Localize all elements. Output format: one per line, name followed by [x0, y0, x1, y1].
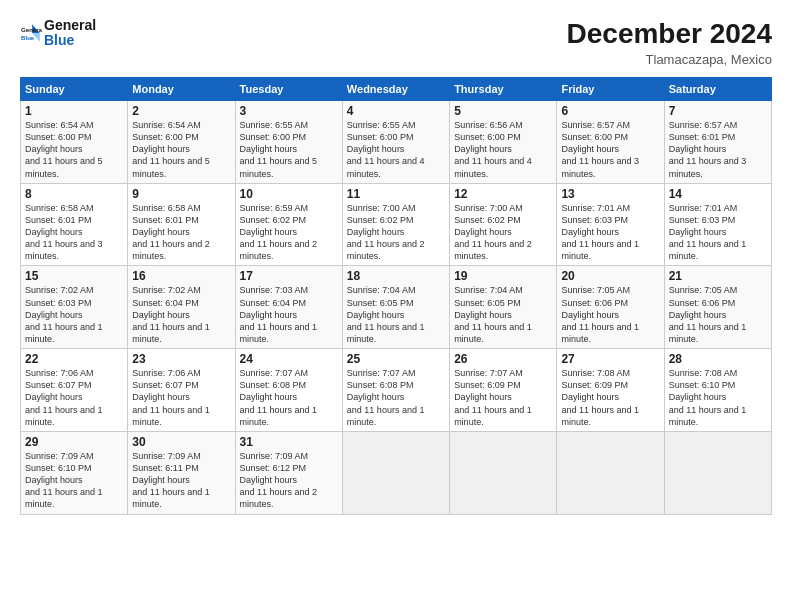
day-number: 17: [240, 269, 338, 283]
month-title: December 2024: [567, 18, 772, 50]
daylight-value: and 11 hours and 1 minute.: [240, 322, 318, 344]
sunset-label: Sunset: 6:02 PM: [347, 215, 414, 225]
calendar-cell: 14 Sunrise: 7:01 AM Sunset: 6:03 PM Dayl…: [664, 183, 771, 266]
sunset-label: Sunset: 6:03 PM: [669, 215, 736, 225]
daylight-label: Daylight hours: [25, 310, 83, 320]
sunrise-label: Sunrise: 7:04 AM: [454, 285, 523, 295]
sunrise-label: Sunrise: 6:54 AM: [25, 120, 94, 130]
daylight-label: Daylight hours: [669, 227, 727, 237]
calendar-cell: 31 Sunrise: 7:09 AM Sunset: 6:12 PM Dayl…: [235, 431, 342, 514]
day-number: 6: [561, 104, 659, 118]
day-number: 1: [25, 104, 123, 118]
sunrise-label: Sunrise: 7:02 AM: [132, 285, 201, 295]
sunset-label: Sunset: 6:04 PM: [240, 298, 307, 308]
day-number: 4: [347, 104, 445, 118]
daylight-value: and 11 hours and 1 minute.: [669, 239, 747, 261]
day-number: 31: [240, 435, 338, 449]
calendar-cell: 16 Sunrise: 7:02 AM Sunset: 6:04 PM Dayl…: [128, 266, 235, 349]
day-number: 28: [669, 352, 767, 366]
calendar-header-row: SundayMondayTuesdayWednesdayThursdayFrid…: [21, 78, 772, 101]
calendar-cell: 24 Sunrise: 7:07 AM Sunset: 6:08 PM Dayl…: [235, 349, 342, 432]
day-info: Sunrise: 6:55 AM Sunset: 6:00 PM Dayligh…: [347, 119, 445, 180]
day-info: Sunrise: 6:54 AM Sunset: 6:00 PM Dayligh…: [132, 119, 230, 180]
day-info: Sunrise: 7:04 AM Sunset: 6:05 PM Dayligh…: [347, 284, 445, 345]
logo-text-blue: Blue: [44, 33, 96, 48]
header: General Blue General Blue December 2024 …: [20, 18, 772, 67]
sunset-label: Sunset: 6:10 PM: [669, 380, 736, 390]
sunset-label: Sunset: 6:00 PM: [132, 132, 199, 142]
daylight-value: and 11 hours and 1 minute.: [347, 322, 425, 344]
sunset-label: Sunset: 6:10 PM: [25, 463, 92, 473]
daylight-label: Daylight hours: [561, 144, 619, 154]
day-info: Sunrise: 6:59 AM Sunset: 6:02 PM Dayligh…: [240, 202, 338, 263]
sunrise-label: Sunrise: 7:08 AM: [561, 368, 630, 378]
daylight-label: Daylight hours: [347, 227, 405, 237]
daylight-value: and 11 hours and 1 minute.: [132, 487, 210, 509]
day-number: 16: [132, 269, 230, 283]
day-number: 19: [454, 269, 552, 283]
calendar-week-row: 8 Sunrise: 6:58 AM Sunset: 6:01 PM Dayli…: [21, 183, 772, 266]
calendar-cell: 20 Sunrise: 7:05 AM Sunset: 6:06 PM Dayl…: [557, 266, 664, 349]
daylight-label: Daylight hours: [454, 392, 512, 402]
day-number: 8: [25, 187, 123, 201]
sunrise-label: Sunrise: 7:05 AM: [669, 285, 738, 295]
daylight-label: Daylight hours: [561, 227, 619, 237]
daylight-value: and 11 hours and 1 minute.: [132, 322, 210, 344]
svg-text:General: General: [21, 27, 42, 33]
calendar-page: General Blue General Blue December 2024 …: [0, 0, 792, 612]
daylight-value: and 11 hours and 1 minute.: [454, 322, 532, 344]
sunset-label: Sunset: 6:00 PM: [25, 132, 92, 142]
sunset-label: Sunset: 6:02 PM: [240, 215, 307, 225]
day-info: Sunrise: 6:56 AM Sunset: 6:00 PM Dayligh…: [454, 119, 552, 180]
calendar-week-row: 22 Sunrise: 7:06 AM Sunset: 6:07 PM Dayl…: [21, 349, 772, 432]
sunset-label: Sunset: 6:01 PM: [132, 215, 199, 225]
day-info: Sunrise: 7:02 AM Sunset: 6:04 PM Dayligh…: [132, 284, 230, 345]
day-number: 22: [25, 352, 123, 366]
day-number: 21: [669, 269, 767, 283]
sunrise-label: Sunrise: 6:56 AM: [454, 120, 523, 130]
sunset-label: Sunset: 6:00 PM: [347, 132, 414, 142]
sunrise-label: Sunrise: 6:59 AM: [240, 203, 309, 213]
calendar-cell: 5 Sunrise: 6:56 AM Sunset: 6:00 PM Dayli…: [450, 101, 557, 184]
daylight-label: Daylight hours: [454, 310, 512, 320]
calendar-table: SundayMondayTuesdayWednesdayThursdayFrid…: [20, 77, 772, 515]
sunrise-label: Sunrise: 7:06 AM: [132, 368, 201, 378]
daylight-label: Daylight hours: [669, 392, 727, 402]
calendar-week-row: 29 Sunrise: 7:09 AM Sunset: 6:10 PM Dayl…: [21, 431, 772, 514]
svg-text:Blue: Blue: [21, 35, 35, 41]
daylight-label: Daylight hours: [132, 144, 190, 154]
col-header-thursday: Thursday: [450, 78, 557, 101]
sunset-label: Sunset: 6:06 PM: [669, 298, 736, 308]
col-header-sunday: Sunday: [21, 78, 128, 101]
daylight-value: and 11 hours and 1 minute.: [132, 405, 210, 427]
sunrise-label: Sunrise: 7:07 AM: [454, 368, 523, 378]
daylight-label: Daylight hours: [561, 310, 619, 320]
sunrise-label: Sunrise: 7:01 AM: [561, 203, 630, 213]
day-number: 7: [669, 104, 767, 118]
calendar-cell: 22 Sunrise: 7:06 AM Sunset: 6:07 PM Dayl…: [21, 349, 128, 432]
day-info: Sunrise: 7:07 AM Sunset: 6:08 PM Dayligh…: [347, 367, 445, 428]
day-number: 14: [669, 187, 767, 201]
day-info: Sunrise: 6:58 AM Sunset: 6:01 PM Dayligh…: [132, 202, 230, 263]
day-info: Sunrise: 7:08 AM Sunset: 6:10 PM Dayligh…: [669, 367, 767, 428]
calendar-cell: 30 Sunrise: 7:09 AM Sunset: 6:11 PM Dayl…: [128, 431, 235, 514]
day-number: 24: [240, 352, 338, 366]
day-info: Sunrise: 6:54 AM Sunset: 6:00 PM Dayligh…: [25, 119, 123, 180]
daylight-label: Daylight hours: [347, 392, 405, 402]
sunset-label: Sunset: 6:03 PM: [25, 298, 92, 308]
sunset-label: Sunset: 6:03 PM: [561, 215, 628, 225]
day-info: Sunrise: 7:00 AM Sunset: 6:02 PM Dayligh…: [347, 202, 445, 263]
sunrise-label: Sunrise: 7:06 AM: [25, 368, 94, 378]
sunset-label: Sunset: 6:00 PM: [561, 132, 628, 142]
daylight-label: Daylight hours: [240, 144, 298, 154]
sunset-label: Sunset: 6:08 PM: [347, 380, 414, 390]
daylight-label: Daylight hours: [561, 392, 619, 402]
daylight-label: Daylight hours: [240, 227, 298, 237]
sunrise-label: Sunrise: 7:09 AM: [132, 451, 201, 461]
day-info: Sunrise: 7:06 AM Sunset: 6:07 PM Dayligh…: [132, 367, 230, 428]
daylight-label: Daylight hours: [240, 310, 298, 320]
calendar-cell: 21 Sunrise: 7:05 AM Sunset: 6:06 PM Dayl…: [664, 266, 771, 349]
day-number: 29: [25, 435, 123, 449]
logo-text-general: General: [44, 18, 96, 33]
day-number: 15: [25, 269, 123, 283]
